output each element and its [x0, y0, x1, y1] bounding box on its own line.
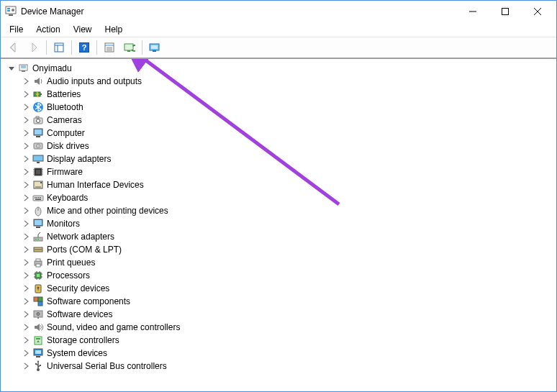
expand-icon[interactable] — [21, 245, 31, 255]
svg-rect-90 — [38, 301, 42, 306]
tree-category-label: Storage controllers — [47, 335, 119, 345]
svg-rect-89 — [34, 297, 38, 301]
svg-rect-20 — [127, 50, 130, 52]
svg-rect-40 — [33, 155, 43, 161]
svg-rect-1 — [9, 14, 13, 16]
tree-category-row[interactable]: Mice and other pointing devices — [5, 204, 552, 217]
svg-rect-74 — [36, 259, 40, 261]
expand-icon[interactable] — [21, 270, 31, 281]
expand-icon[interactable] — [21, 76, 31, 86]
tree-category-row[interactable]: System devices — [5, 347, 552, 360]
expand-icon[interactable] — [21, 322, 31, 332]
menu-file[interactable]: File — [4, 24, 29, 35]
expand-icon[interactable] — [21, 154, 31, 164]
svg-rect-63 — [36, 227, 40, 228]
add-legacy-hardware-button[interactable] — [145, 39, 164, 56]
hid-icon — [32, 179, 44, 191]
tree-category-label: Batteries — [47, 89, 81, 99]
expand-icon[interactable] — [21, 283, 31, 293]
tree-category-label: Bluetooth — [47, 102, 83, 112]
expand-icon[interactable] — [21, 141, 31, 151]
expand-icon[interactable] — [21, 361, 31, 371]
svg-point-32 — [37, 119, 40, 123]
tree-category-row[interactable]: Software devices — [5, 308, 552, 321]
tree-category-label: Monitors — [47, 219, 80, 229]
tree-category-row[interactable]: Bluetooth — [5, 101, 552, 114]
tree-category-row[interactable]: Disk drives — [5, 140, 552, 152]
svg-rect-29 — [40, 94, 42, 95]
tree-category-row[interactable]: Sound, video and game controllers — [5, 321, 552, 334]
svg-rect-99 — [36, 356, 40, 357]
tree-category-label: Software devices — [47, 309, 112, 319]
close-button[interactable] — [521, 1, 553, 22]
svg-text:?: ? — [82, 43, 87, 52]
device-manager-window: Device Manager File Action View Help — [0, 0, 557, 392]
expand-icon[interactable] — [21, 348, 31, 358]
svg-point-95 — [37, 314, 39, 315]
security-icon — [32, 283, 44, 294]
device-tree[interactable]: Onyimadu Audio inputs and outputs Batter… — [2, 60, 555, 390]
tree-category-row[interactable]: Universal Serial Bus controllers — [5, 360, 552, 373]
expand-icon[interactable] — [21, 167, 31, 177]
tree-category-row[interactable]: Processors — [5, 269, 552, 282]
svg-rect-58 — [35, 199, 41, 201]
tree-category-row[interactable]: Software components — [5, 295, 552, 308]
tree-category-row[interactable]: Batteries — [5, 88, 552, 101]
expand-icon[interactable] — [21, 232, 31, 242]
tree-category-row[interactable]: Human Interface Devices — [5, 178, 552, 191]
svg-rect-65 — [35, 239, 37, 240]
expand-icon[interactable] — [21, 102, 31, 112]
tree-category-row[interactable]: Computer — [5, 127, 552, 140]
svg-rect-2 — [7, 8, 10, 9]
menu-action[interactable]: Action — [30, 24, 65, 35]
tree-category-label: Cameras — [47, 115, 82, 125]
menu-view[interactable]: View — [68, 24, 98, 35]
expand-icon[interactable] — [21, 115, 31, 125]
svg-rect-3 — [7, 10, 10, 12]
expand-icon[interactable] — [21, 180, 31, 190]
tree-root-row[interactable]: Onyimadu — [5, 62, 552, 75]
expand-icon[interactable] — [21, 309, 31, 319]
show-hide-console-button[interactable] — [50, 39, 68, 56]
tree-category-row[interactable]: Network adapters — [5, 230, 552, 243]
back-button[interactable] — [4, 39, 23, 56]
svg-rect-22 — [153, 50, 156, 52]
tree-category-row[interactable]: Display adapters — [5, 152, 552, 165]
menu-help[interactable]: Help — [99, 24, 129, 35]
scan-hardware-button[interactable] — [120, 39, 139, 56]
expand-icon[interactable] — [21, 219, 31, 229]
expand-icon[interactable] — [21, 296, 31, 306]
forward-button[interactable] — [24, 39, 43, 56]
svg-rect-25 — [22, 70, 25, 72]
expand-icon[interactable] — [21, 206, 31, 216]
properties-button[interactable] — [100, 39, 119, 56]
tree-category-row[interactable]: Ports (COM & LPT) — [5, 243, 552, 256]
expand-icon[interactable] — [21, 335, 31, 345]
tree-category-row[interactable]: Print queues — [5, 256, 552, 269]
expand-icon[interactable] — [21, 128, 31, 138]
expand-icon[interactable] — [21, 257, 31, 268]
svg-rect-57 — [40, 197, 42, 199]
svg-rect-66 — [37, 239, 39, 240]
tree-category-row[interactable]: Monitors — [5, 217, 552, 230]
tree-category-row[interactable]: Keyboards — [5, 191, 552, 204]
usb-icon — [32, 360, 44, 372]
minimize-button[interactable] — [456, 1, 489, 22]
svg-rect-33 — [36, 117, 39, 118]
svg-point-39 — [37, 145, 39, 147]
firmware-icon — [32, 166, 44, 178]
help-button[interactable]: ? — [75, 39, 94, 56]
tree-category-row[interactable]: Cameras — [5, 114, 552, 127]
tree-category-label: Firmware — [47, 167, 83, 177]
tree-category-row[interactable]: Audio inputs and outputs — [5, 75, 552, 88]
expand-icon[interactable] — [21, 193, 31, 203]
expand-icon[interactable] — [21, 89, 31, 99]
swdev-icon — [32, 309, 44, 320]
collapse-icon[interactable] — [6, 63, 17, 73]
menubar: File Action View Help — [1, 22, 556, 37]
tree-category-row[interactable]: Firmware — [5, 165, 552, 178]
maximize-button[interactable] — [489, 1, 521, 22]
camera-icon — [32, 114, 44, 126]
tree-category-row[interactable]: Storage controllers — [5, 334, 552, 347]
tree-category-row[interactable]: Security devices — [5, 282, 552, 295]
